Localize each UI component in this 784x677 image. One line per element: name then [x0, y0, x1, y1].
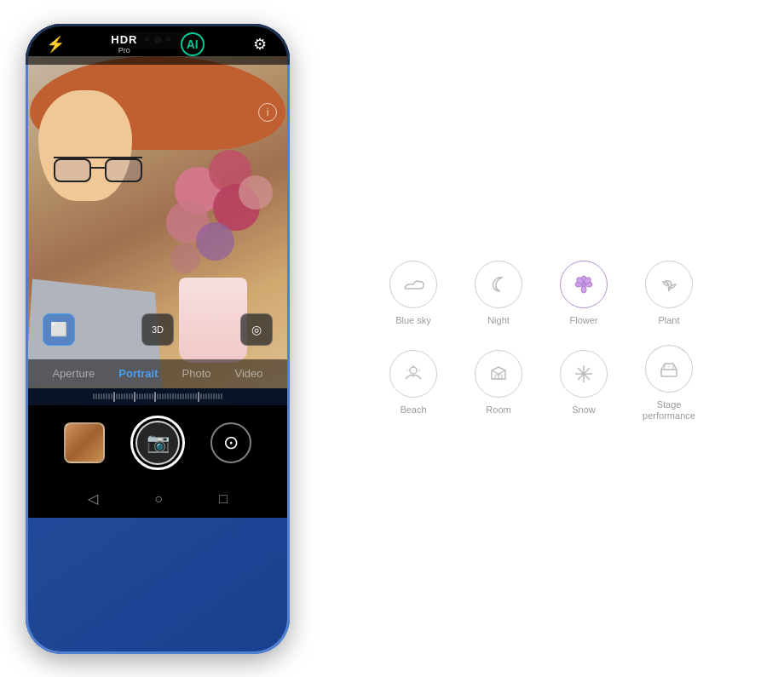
tick — [141, 393, 143, 399]
flower-label: Flower — [569, 315, 597, 326]
tick — [101, 393, 102, 399]
tick — [111, 393, 112, 399]
tick — [113, 392, 115, 402]
flower-6 — [239, 175, 273, 209]
scene-room[interactable]: Room — [460, 345, 537, 422]
tick — [200, 393, 202, 399]
tick — [208, 393, 210, 399]
pro-text: Pro — [111, 46, 137, 55]
camera-icon: 📷 — [147, 432, 170, 454]
tick — [131, 393, 133, 399]
viewfinder-content: i ⬜ 3D ◎ — [26, 56, 290, 388]
glasses-bridge — [91, 167, 105, 169]
tick — [144, 393, 146, 399]
scene-stage-performance[interactable]: Stage performance — [631, 345, 707, 422]
tick — [180, 393, 182, 399]
shutter-button[interactable]: 📷 — [130, 416, 185, 470]
camera-mode-row: Aperture Portrait Photo Video — [26, 359, 290, 388]
tick — [95, 393, 97, 399]
tick — [93, 393, 95, 399]
3d-icon: 3D — [152, 324, 164, 335]
tick — [175, 393, 176, 399]
blue-sky-label: Blue sky — [395, 315, 431, 326]
tick — [203, 393, 205, 399]
tick — [159, 393, 161, 399]
gallery-thumbnail[interactable] — [64, 422, 105, 463]
flower-7 — [170, 244, 200, 273]
flower-icon-circle — [560, 261, 608, 308]
blue-sky-icon-circle — [389, 261, 437, 308]
tick — [106, 393, 107, 399]
scene-plant[interactable]: Plant — [631, 255, 707, 332]
tick — [182, 393, 184, 399]
mode-portrait[interactable]: Portrait — [118, 367, 158, 380]
plant-label: Plant — [658, 315, 679, 326]
scene-beach[interactable]: Beach — [375, 345, 452, 422]
home-button[interactable]: ○ — [154, 491, 163, 507]
back-button[interactable]: ◁ — [88, 491, 98, 507]
info-button[interactable]: i — [258, 103, 277, 122]
tick — [121, 393, 123, 399]
beach-icon — [401, 362, 425, 386]
tick — [210, 393, 212, 399]
scene-flower[interactable]: Flower — [545, 255, 622, 332]
flower-5 — [196, 222, 234, 261]
page-container: ⚡ HDR Pro AI ⚙ — [0, 0, 784, 677]
room-icon — [487, 362, 510, 386]
tick — [216, 393, 217, 399]
viewfinder-controls-row: ⬜ 3D ◎ — [26, 313, 290, 346]
beach-label: Beach — [400, 404, 426, 416]
tick — [98, 393, 100, 399]
room-icon-circle — [475, 350, 522, 398]
ar-button[interactable]: ◎ — [240, 313, 273, 346]
ar-icon: ◎ — [251, 323, 262, 336]
zoom-slider[interactable] — [26, 388, 290, 405]
tick — [190, 393, 192, 399]
phone-wrapper: ⚡ HDR Pro AI ⚙ — [26, 24, 290, 654]
ai-button[interactable]: AI — [181, 32, 205, 56]
blue-sky-icon — [401, 273, 425, 296]
scene-snow[interactable]: Snow — [545, 345, 622, 422]
tick — [185, 393, 187, 399]
scene-blue-sky[interactable]: Blue sky — [375, 255, 452, 332]
selfie-icon: ⊙ — [223, 432, 239, 454]
tick — [164, 393, 166, 399]
plant-icon-circle — [645, 261, 693, 308]
tick — [170, 393, 171, 399]
scene-grid: Blue sky Night — [375, 255, 707, 422]
selfie-camera-button[interactable]: ⊙ — [210, 422, 251, 463]
live-view-button[interactable]: ⬜ — [43, 313, 75, 346]
tick — [152, 393, 153, 399]
tick — [198, 392, 199, 402]
glasses-left-lens — [54, 158, 91, 182]
svg-point-13 — [582, 372, 585, 376]
tick — [154, 392, 156, 402]
stage-performance-label: Stage performance — [631, 399, 707, 422]
settings-button[interactable]: ⚙ — [247, 32, 273, 57]
night-label: Night — [487, 315, 510, 326]
mode-aperture[interactable]: Aperture — [52, 367, 95, 380]
night-icon-circle — [475, 261, 522, 308]
scene-modes-panel: Blue sky Night — [290, 255, 784, 422]
tick — [103, 393, 105, 399]
flash-button[interactable]: ⚡ — [43, 32, 68, 57]
tick — [221, 393, 222, 399]
camera-top-bar: ⚡ HDR Pro AI ⚙ — [26, 24, 290, 65]
thumbnail-preview — [66, 424, 103, 462]
tick — [139, 393, 141, 399]
tick — [116, 393, 118, 399]
mode-photo[interactable]: Photo — [182, 367, 211, 380]
tick — [193, 393, 194, 399]
subject-face — [38, 90, 132, 201]
phone-body: ⚡ HDR Pro AI ⚙ — [26, 56, 290, 654]
3d-button[interactable]: 3D — [141, 313, 174, 346]
tick — [126, 393, 128, 399]
tick — [187, 393, 189, 399]
room-label: Room — [486, 404, 510, 416]
mode-video[interactable]: Video — [235, 367, 263, 380]
hdr-label[interactable]: HDR Pro — [111, 33, 137, 55]
tick — [213, 393, 215, 399]
tick — [136, 393, 138, 399]
recents-button[interactable]: □ — [219, 491, 228, 507]
scene-night[interactable]: Night — [460, 255, 537, 332]
